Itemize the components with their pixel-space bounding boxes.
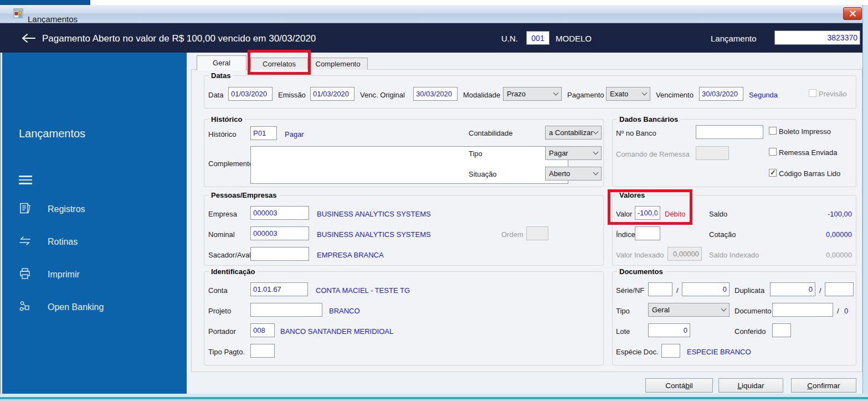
modalidade-label: Modalidade: [463, 91, 500, 99]
confirmar-button[interactable]: Confirmar: [791, 378, 856, 393]
situacao-dropdown[interactable]: Aberto: [545, 167, 602, 181]
conta-label: Conta: [208, 286, 228, 295]
projeto-field[interactable]: [250, 303, 322, 317]
tipo-dropdown[interactable]: Pagar: [545, 146, 602, 160]
saldo-indexado-label: Saldo Indexado: [709, 251, 759, 259]
lancamento-number-field[interactable]: [774, 30, 860, 45]
contabil-button[interactable]: Contábil: [645, 378, 713, 393]
imprimir-icon: [19, 267, 31, 280]
n-banco-field[interactable]: [696, 125, 763, 139]
pagamento-dropdown[interactable]: Exato: [606, 87, 650, 101]
tipo-pagto-label: Tipo Pagto.: [208, 348, 245, 356]
tipo-value: Pagar: [549, 149, 594, 157]
groupbox-valores-title: Valores: [617, 191, 647, 199]
historico-code-field[interactable]: [250, 126, 277, 140]
previsao-label: Previsão: [819, 90, 847, 98]
modalidade-value: Prazo: [507, 90, 554, 98]
sidebar-item-registros[interactable]: Registros: [14, 202, 175, 224]
valor-label: Valor: [616, 210, 632, 218]
complemento-textarea[interactable]: [250, 146, 568, 184]
un-name-label: MODELO: [556, 34, 592, 43]
debito-indicator: Débito: [665, 210, 686, 218]
comando-remessa-label: Comando de Remessa: [616, 150, 690, 158]
doc-tipo-label: Tipo: [616, 307, 630, 315]
contabil-label-pre: Contá: [665, 382, 685, 390]
rotinas-icon: [19, 235, 31, 247]
nominal-code-field[interactable]: [250, 226, 309, 240]
nominal-label: Nominal: [208, 230, 235, 239]
conta-field[interactable]: [250, 282, 308, 296]
portador-label: Portador: [208, 327, 236, 336]
close-icon: [850, 11, 856, 17]
contabilidade-dropdown[interactable]: a Contabilizar: [545, 126, 602, 140]
sidebar-item-label: Open Banking: [48, 302, 104, 312]
window-title: Lançamentos: [28, 14, 78, 24]
un-code-field[interactable]: [526, 31, 549, 45]
contabil-label-post: il: [690, 382, 693, 390]
slash-separator: /: [819, 286, 821, 295]
tab-geral[interactable]: Geral: [197, 55, 246, 70]
documento-label: Documento: [735, 307, 771, 315]
sidebar-item-rotinas[interactable]: Rotinas: [14, 235, 175, 257]
codigo-barras-checkbox[interactable]: [769, 169, 777, 177]
portador-field[interactable]: [250, 323, 275, 337]
conferido-label: Conferido: [735, 327, 766, 336]
doc-tipo-dropdown[interactable]: Geral: [648, 303, 730, 317]
duplicata-seq-field[interactable]: [825, 282, 854, 296]
data-field[interactable]: [228, 87, 273, 101]
vencimento-field[interactable]: [699, 87, 743, 101]
duplicata-field[interactable]: [770, 282, 815, 296]
emissao-field[interactable]: [310, 87, 355, 101]
duplicata-label: Duplicata: [735, 286, 764, 295]
codigo-barras-label: Código Barras Lido: [779, 169, 840, 178]
indice-field[interactable]: [635, 226, 660, 240]
situacao-value: Aberto: [549, 169, 594, 178]
serie-num-field[interactable]: [682, 282, 730, 296]
confirmar-label-key: C: [807, 382, 813, 390]
groupbox-historico-title: Histórico: [209, 115, 244, 123]
sidebar-item-open-banking[interactable]: Open Banking: [14, 300, 175, 322]
projeto-label: Projeto: [208, 307, 231, 315]
chevron-down-icon: [721, 306, 727, 312]
empresa-code-field[interactable]: [250, 206, 309, 220]
close-button[interactable]: [843, 7, 862, 20]
back-arrow-icon[interactable]: [20, 33, 37, 44]
groupbox-dados-bancarios-title: Dados Bancários: [617, 115, 680, 123]
sidebar-item-label: Rotinas: [48, 237, 78, 247]
sidebar-title: Lançamentos: [19, 127, 85, 140]
hamburger-menu-icon[interactable]: [19, 176, 32, 185]
especie-field[interactable]: [661, 344, 680, 358]
un-label: U.N.: [501, 34, 518, 43]
open-banking-icon: [19, 300, 31, 312]
app-window: Lançamentos Pagamento Aberto no valor de…: [0, 0, 868, 402]
serie-field[interactable]: [648, 282, 672, 296]
tab-complemento[interactable]: Complemento: [308, 58, 368, 70]
sidebar-item-label: Imprimir: [48, 270, 80, 280]
venc-original-field[interactable]: [413, 87, 458, 101]
lote-field[interactable]: [648, 323, 690, 337]
contabilidade-label: Contabilidade: [469, 129, 513, 137]
liquidar-button[interactable]: Liquidar: [718, 378, 783, 393]
remessa-enviada-checkbox[interactable]: [769, 148, 777, 156]
tab-correlatos[interactable]: Correlatos: [250, 58, 308, 70]
valor-field[interactable]: [635, 206, 660, 220]
tab-complemento-label: Complemento: [316, 60, 361, 68]
tab-correlatos-label: Correlatos: [263, 60, 296, 68]
empresa-nome: BUSINESS ANALYTICS SYSTEMS: [317, 210, 431, 218]
groupbox-pessoas-title: Pessoas/Empresas: [209, 191, 279, 199]
boleto-impresso-checkbox[interactable]: [769, 127, 777, 135]
contabil-label-key: b: [685, 382, 690, 390]
sidebar-item-imprimir[interactable]: Imprimir: [14, 267, 175, 290]
tipo-pagto-field[interactable]: [250, 344, 275, 358]
serie-label: Série/NF: [616, 286, 644, 295]
previsao-checkbox: [809, 89, 816, 97]
app-icon: [13, 8, 23, 18]
conferido-field[interactable]: [772, 323, 791, 337]
remessa-enviada-label: Remessa Enviada: [779, 148, 838, 157]
emissao-label: Emissão: [278, 91, 306, 99]
cotacao-label: Cotação: [709, 230, 736, 239]
modalidade-dropdown[interactable]: Prazo: [503, 87, 562, 101]
confirmar-label-post: onfirmar: [813, 382, 840, 390]
sacador-field[interactable]: [250, 247, 309, 261]
documento-field[interactable]: [772, 303, 833, 317]
